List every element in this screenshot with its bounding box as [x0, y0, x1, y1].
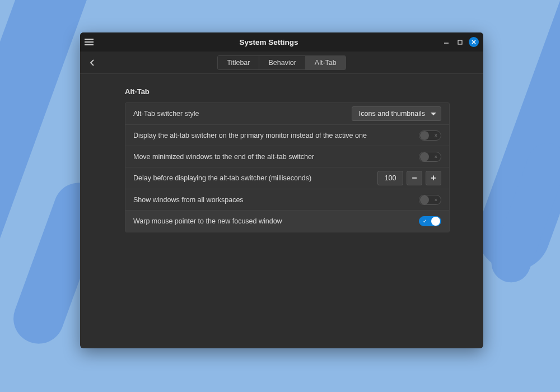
- toggle-off-icon: [435, 154, 437, 160]
- toggle-knob: [420, 195, 429, 204]
- toggle-knob: [431, 217, 440, 226]
- tab-behavior[interactable]: Behavior: [259, 56, 305, 69]
- row-delay: Delay before displaying the alt-tab swit…: [125, 167, 449, 189]
- toggle-on-icon: [423, 218, 427, 224]
- settings-panel: Alt-Tab switcher style Icons and thumbna…: [125, 102, 450, 232]
- window-controls: [442, 37, 479, 47]
- delay-stepper: − +: [377, 171, 441, 185]
- switcher-style-dropdown[interactable]: Icons and thumbnails: [352, 106, 441, 121]
- back-button[interactable]: [86, 56, 99, 69]
- minimize-button[interactable]: [442, 38, 451, 46]
- increment-button[interactable]: +: [426, 171, 441, 185]
- tab-titlebar[interactable]: Titlebar: [218, 56, 259, 69]
- warp-mouse-toggle[interactable]: [419, 216, 441, 226]
- row-all-workspaces: Show windows from all workspaces: [125, 189, 449, 211]
- window-title: System Settings: [96, 38, 442, 46]
- setting-label: Alt-Tab switcher style: [133, 110, 346, 118]
- content-area: Alt-Tab Alt-Tab switcher style Icons and…: [80, 74, 483, 348]
- chevron-down-icon: [431, 113, 436, 115]
- row-warp-mouse: Warp mouse pointer to the new focused wi…: [125, 211, 449, 232]
- row-switcher-style: Alt-Tab switcher style Icons and thumbna…: [125, 103, 449, 125]
- toggle-knob: [420, 152, 429, 161]
- all-workspaces-toggle[interactable]: [419, 195, 441, 205]
- setting-label: Delay before displaying the alt-tab swit…: [133, 174, 372, 182]
- row-move-minimized: Move minimized windows to the end of the…: [125, 146, 449, 167]
- setting-label: Warp mouse pointer to the new focused wi…: [133, 217, 413, 225]
- delay-input[interactable]: [377, 171, 403, 185]
- toggle-off-icon: [435, 133, 437, 138]
- primary-monitor-toggle[interactable]: [419, 130, 441, 141]
- tab-group: Titlebar Behavior Alt-Tab: [217, 55, 346, 70]
- setting-label: Show windows from all workspaces: [133, 196, 413, 204]
- decrement-button[interactable]: −: [407, 171, 422, 185]
- setting-label: Move minimized windows to the end of the…: [133, 153, 413, 161]
- settings-window: System Settings Titlebar Behavior Alt-Ta…: [80, 32, 483, 348]
- tab-alt-tab[interactable]: Alt-Tab: [306, 56, 346, 69]
- titlebar: System Settings: [80, 32, 483, 52]
- section-title: Alt-Tab: [125, 87, 450, 96]
- close-button[interactable]: [469, 37, 479, 47]
- maximize-button[interactable]: [455, 38, 464, 46]
- svg-rect-1: [458, 40, 462, 44]
- toolbar: Titlebar Behavior Alt-Tab: [80, 52, 483, 74]
- dropdown-value: Icons and thumbnails: [359, 110, 425, 118]
- row-primary-monitor: Display the alt-tab switcher on the prim…: [125, 125, 449, 146]
- move-minimized-toggle[interactable]: [419, 152, 441, 162]
- setting-label: Display the alt-tab switcher on the prim…: [133, 132, 413, 139]
- hamburger-menu-icon[interactable]: [85, 36, 96, 48]
- toggle-knob: [420, 131, 429, 140]
- toggle-off-icon: [435, 197, 437, 203]
